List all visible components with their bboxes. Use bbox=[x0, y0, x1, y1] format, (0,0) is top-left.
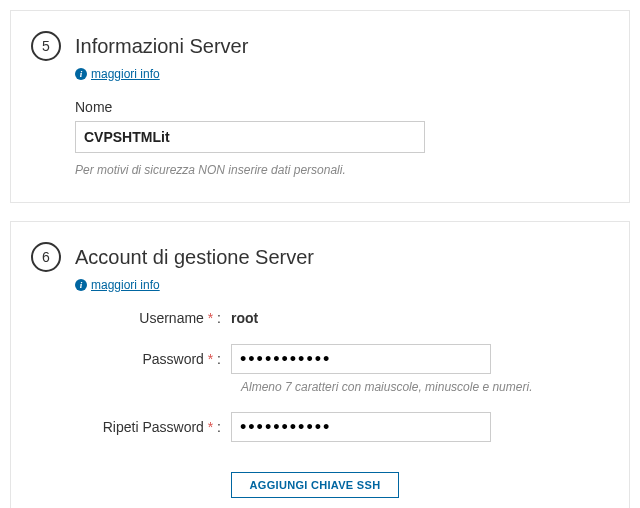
panel-header: 5 Informazioni Server bbox=[31, 31, 599, 61]
password-row: Password * : bbox=[31, 344, 599, 374]
password-hint: Almeno 7 caratteri con maiuscole, minusc… bbox=[241, 380, 599, 394]
username-label: Username * : bbox=[31, 310, 231, 326]
add-ssh-key-button[interactable]: AGGIUNGI CHIAVE SSH bbox=[231, 472, 400, 498]
more-info-row: i maggiori info bbox=[75, 67, 599, 81]
repeat-password-label: Ripeti Password * : bbox=[31, 419, 231, 435]
name-hint: Per motivi di sicurezza NON inserire dat… bbox=[75, 163, 599, 177]
ssh-button-row: AGGIUNGI CHIAVE SSH bbox=[31, 472, 599, 498]
step-number-badge: 6 bbox=[31, 242, 61, 272]
more-info-row: i maggiori info bbox=[75, 278, 599, 292]
repeat-password-row: Ripeti Password * : bbox=[31, 412, 599, 442]
name-label: Nome bbox=[75, 99, 599, 115]
more-info-link[interactable]: maggiori info bbox=[91, 67, 160, 81]
username-value: root bbox=[231, 310, 599, 326]
password-input[interactable] bbox=[231, 344, 491, 374]
panel-server-info: 5 Informazioni Server i maggiori info No… bbox=[10, 10, 630, 203]
panel-server-account: 6 Account di gestione Server i maggiori … bbox=[10, 221, 630, 508]
password-label: Password * : bbox=[31, 351, 231, 367]
server-name-input[interactable] bbox=[75, 121, 425, 153]
info-icon: i bbox=[75, 279, 87, 291]
repeat-password-input[interactable] bbox=[231, 412, 491, 442]
name-field-block: Nome Per motivi di sicurezza NON inserir… bbox=[75, 99, 599, 177]
panel-title: Account di gestione Server bbox=[75, 246, 314, 269]
panel-header: 6 Account di gestione Server bbox=[31, 242, 599, 272]
info-icon: i bbox=[75, 68, 87, 80]
panel-title: Informazioni Server bbox=[75, 35, 248, 58]
username-row: Username * : root bbox=[31, 310, 599, 326]
step-number-badge: 5 bbox=[31, 31, 61, 61]
more-info-link[interactable]: maggiori info bbox=[91, 278, 160, 292]
